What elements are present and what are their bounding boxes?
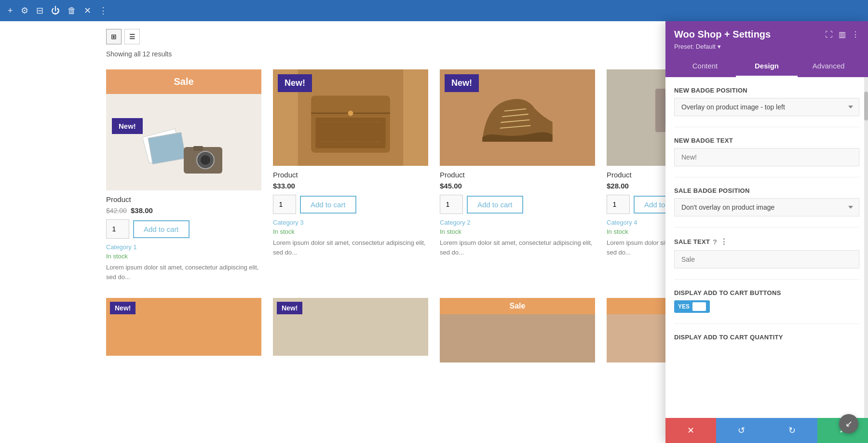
- add-icon[interactable]: +: [8, 6, 13, 16]
- old-price: $42.00: [106, 207, 127, 215]
- settings-icon[interactable]: ⚙: [21, 5, 28, 16]
- sale-badge-position-field: Sale Badge Position Don't overlay on pro…: [674, 187, 859, 216]
- grid-view-button[interactable]: ⊞: [106, 29, 122, 44]
- add-to-cart-row: Add to cart: [106, 219, 261, 239]
- new-badge-text-field: New Badge Text: [674, 137, 859, 166]
- product-image: New!: [106, 94, 261, 190]
- display-add-to-cart-qty-field: Display add to cart quantity: [674, 334, 859, 341]
- add-to-cart-button[interactable]: Add to cart: [467, 196, 523, 214]
- new-badge-text-input[interactable]: [674, 148, 859, 166]
- product-image: New!: [273, 298, 428, 356]
- product-card: New! Product $33.00: [273, 69, 428, 286]
- svg-rect-22: [126, 298, 242, 356]
- new-badge: New!: [277, 302, 302, 314]
- panel-header-icons: ⛶ ▥ ⋮: [825, 30, 859, 39]
- product-info: Product $45.00 Add to cart Category 2 In…: [440, 166, 595, 262]
- add-to-cart-row: Add to cart: [273, 195, 428, 214]
- product-description: Lorem ipsum dolor sit amet, consectetur …: [440, 238, 595, 257]
- add-to-cart-row: Add to cart: [440, 195, 595, 214]
- product-price: $33.00: [273, 182, 428, 190]
- sale-badge-bottom: Sale: [440, 298, 595, 314]
- display-add-to-cart-field: Display add to cart buttons YES: [674, 289, 859, 313]
- divider: [674, 323, 859, 324]
- more-icon[interactable]: ⋮: [720, 237, 728, 246]
- display-add-to-cart-qty-label: Display add to cart quantity: [674, 334, 859, 341]
- product-info: Product $42.00 $38.00 Add to cart Catego…: [106, 190, 261, 286]
- help-icon[interactable]: ?: [713, 238, 717, 246]
- screen-icon[interactable]: ⛶: [825, 30, 833, 39]
- display-add-to-cart-toggle[interactable]: YES: [674, 300, 710, 313]
- new-badge-position-label: New Badge Position: [674, 87, 859, 94]
- product-name: Product: [440, 171, 595, 179]
- display-add-to-cart-label: Display add to cart buttons: [674, 289, 859, 296]
- preset-selector[interactable]: Preset: Default: [674, 43, 859, 50]
- sale-text-field: Sale Text ? ⋮: [674, 237, 859, 268]
- product-card: Sale New! Product: [106, 69, 261, 286]
- x-icon[interactable]: ✕: [84, 5, 91, 16]
- sale-text-input[interactable]: [674, 250, 859, 268]
- product-image: New!: [273, 69, 428, 166]
- bottom-product-card: New!: [106, 298, 261, 362]
- panel-header: Woo Shop + Settings ⛶ ▥ ⋮ Preset: Defaul…: [665, 21, 868, 77]
- scrollbar[interactable]: [864, 77, 868, 418]
- product-description: Lorem ipsum dolor sit amet, consectetur …: [106, 263, 261, 282]
- product-name: Product: [106, 195, 261, 203]
- panel-header-top: Woo Shop + Settings ⛶ ▥ ⋮: [674, 29, 859, 40]
- new-badge: New!: [112, 118, 143, 134]
- sale-badge-position-select[interactable]: Don't overlay on product image Overlay o…: [674, 198, 859, 216]
- new-badge-position-select[interactable]: Overlay on product image - top left Over…: [674, 98, 859, 116]
- power-icon[interactable]: ⏻: [51, 6, 60, 16]
- add-to-cart-button[interactable]: Add to cart: [300, 196, 356, 214]
- view-toggles: ⊞ ☰: [106, 29, 762, 44]
- product-stock: In stock: [440, 228, 595, 235]
- divider: [674, 279, 859, 280]
- toggle-yes-label: YES: [678, 303, 690, 310]
- cancel-button[interactable]: ✕: [665, 418, 716, 443]
- product-category[interactable]: Category 1: [106, 243, 261, 251]
- list-view-button[interactable]: ☰: [124, 29, 140, 44]
- tab-design[interactable]: Design: [736, 56, 798, 77]
- new-badge-position-field: New Badge Position Overlay on product im…: [674, 87, 859, 116]
- undo-button[interactable]: ↺: [716, 418, 767, 443]
- more-icon[interactable]: ⋮: [99, 5, 108, 16]
- panel-body: New Badge Position Overlay on product im…: [665, 77, 868, 418]
- quantity-input[interactable]: [440, 195, 463, 214]
- product-card: New! Product $45.00: [440, 69, 595, 286]
- product-category[interactable]: Category 3: [273, 219, 428, 226]
- svg-rect-23: [293, 298, 408, 356]
- tab-content[interactable]: Content: [674, 56, 736, 77]
- svg-rect-6: [193, 146, 203, 151]
- redo-button[interactable]: ↻: [767, 418, 817, 443]
- svg-point-5: [201, 155, 210, 165]
- new-badge: New!: [445, 74, 479, 92]
- panel-title: Woo Shop + Settings: [674, 29, 771, 40]
- columns-icon[interactable]: ▥: [839, 30, 846, 39]
- quantity-input[interactable]: [607, 195, 630, 214]
- product-category[interactable]: Category 2: [440, 219, 595, 226]
- divider: [674, 177, 859, 177]
- add-to-cart-button[interactable]: Add to cart: [133, 220, 190, 238]
- results-count: Showing all 12 results: [106, 50, 762, 58]
- product-price: $45.00: [440, 182, 595, 190]
- product-stock: In stock: [273, 228, 428, 235]
- quantity-input[interactable]: [106, 219, 129, 239]
- float-button[interactable]: ↙: [839, 414, 858, 433]
- price: $33.00: [273, 182, 295, 190]
- scroll-thumb: [864, 92, 868, 121]
- product-image: New!: [106, 298, 261, 356]
- more-options-icon[interactable]: ⋮: [852, 30, 859, 39]
- product-price: $42.00 $38.00: [106, 206, 261, 215]
- product-grid: Sale New! Product: [106, 69, 762, 286]
- action-bar: ✕ ↺ ↻ ✓: [665, 418, 868, 443]
- divider: [674, 227, 859, 228]
- trash-icon[interactable]: 🗑: [68, 6, 76, 16]
- sale-badge-position-label: Sale Badge Position: [674, 187, 859, 194]
- toggle-thumb: [692, 302, 706, 311]
- price: $45.00: [440, 182, 462, 190]
- sale-text-label-text: Sale Text: [674, 238, 710, 245]
- quantity-input[interactable]: [273, 195, 296, 214]
- tab-advanced[interactable]: Advanced: [798, 56, 859, 77]
- sale-badge: Sale: [106, 69, 261, 94]
- bottom-products: New! New! Sale Sale: [106, 298, 762, 362]
- module-icon[interactable]: ⊟: [36, 5, 43, 16]
